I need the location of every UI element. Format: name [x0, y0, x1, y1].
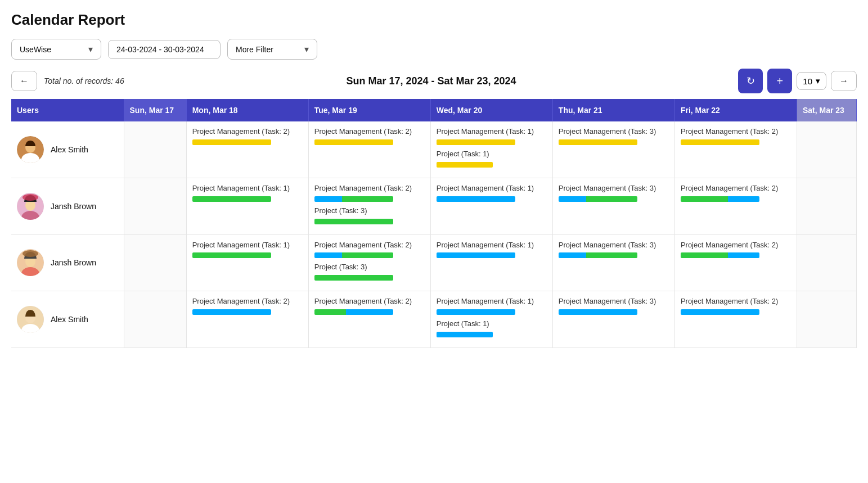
refresh-button[interactable]: ↻: [738, 69, 763, 93]
user-cell: Jansh Brown: [11, 178, 124, 234]
table-header-row: Users Sun, Mar 17 Mon, Mar 18 Tue, Mar 1…: [11, 99, 857, 121]
svg-point-10: [23, 250, 38, 257]
controls-row: ← Total no. of records: 46 Sun Mar 17, 2…: [11, 69, 857, 93]
avatar: [17, 249, 44, 276]
task-block: Project (Task: 3): [314, 263, 425, 281]
refresh-icon: ↻: [746, 75, 755, 87]
cell-wed20: Project Management (Task: 1): [430, 234, 552, 291]
task-bar: [192, 139, 271, 145]
task-bar: [559, 309, 637, 315]
controls-left: ← Total no. of records: 46: [11, 71, 124, 91]
date-range-filter[interactable]: 24-03-2024 - 30-03-2024: [108, 40, 221, 59]
task-bar: [314, 196, 393, 202]
user-cell: Jansh Brown: [11, 234, 124, 291]
task-bar: [559, 252, 637, 258]
task-bar: [314, 252, 393, 258]
task-bar: [314, 219, 393, 224]
task-label: Project Management (Task: 3): [559, 184, 669, 193]
task-block: Project Management (Task: 2): [314, 297, 425, 315]
task-label: Project Management (Task: 2): [314, 241, 425, 250]
cell-sun17: [124, 121, 186, 178]
cell-sun17: [124, 291, 186, 348]
user-name: Alex Smith: [51, 145, 88, 154]
task-block: Project (Task: 1): [437, 319, 547, 337]
col-header-users: Users: [11, 99, 124, 121]
cell-sat23: [797, 178, 856, 234]
cell-thu21: Project Management (Task: 3): [552, 121, 674, 178]
avatar: [17, 306, 44, 333]
task-bar: [437, 332, 493, 337]
task-bar: [681, 252, 759, 258]
user-cell: Alex Smith: [11, 121, 124, 178]
col-header-tue19: Tue, Mar 19: [308, 99, 430, 121]
task-block: Project Management (Task: 3): [559, 127, 669, 145]
task-bar: [681, 139, 759, 145]
add-button[interactable]: +: [767, 69, 792, 93]
table-row: Alex Smith Project Management (Task: 2) …: [11, 291, 857, 348]
task-label: Project Management (Task: 2): [314, 297, 425, 306]
task-bar: [192, 309, 271, 315]
more-filter[interactable]: More Filter ▾: [227, 39, 317, 60]
task-block: Project Management (Task: 2): [681, 297, 791, 315]
task-label: Project Management (Task: 3): [559, 241, 669, 250]
task-label: Project Management (Task: 1): [192, 241, 303, 250]
cell-mon18: Project Management (Task: 1): [186, 178, 308, 234]
task-label: Project Management (Task: 1): [437, 127, 547, 137]
task-bar: [681, 196, 759, 202]
task-bar: [437, 162, 493, 168]
page-size-value: 10: [803, 76, 812, 86]
calendar-table: Users Sun, Mar 17 Mon, Mar 18 Tue, Mar 1…: [11, 99, 857, 348]
task-block: Project Management (Task: 1): [437, 184, 547, 202]
current-date-range: Sun Mar 17, 2024 - Sat Mar 23, 2024: [124, 75, 739, 87]
table-row: Alex Smith Project Management (Task: 2) …: [11, 121, 857, 178]
table-row: Jansh Brown Project Management (Task: 1)…: [11, 178, 857, 234]
cell-fri22: Project Management (Task: 2): [674, 291, 797, 348]
next-button[interactable]: →: [831, 71, 857, 91]
more-filter-chevron-icon: ▾: [304, 44, 309, 55]
col-header-fri22: Fri, Mar 22: [674, 99, 797, 121]
task-label: Project Management (Task: 1): [437, 184, 547, 193]
task-bar: [559, 139, 637, 145]
page-title: Calendar Report: [11, 11, 857, 29]
task-label: Project Management (Task: 3): [559, 127, 669, 137]
cell-sun17: [124, 178, 186, 234]
task-label: Project Management (Task: 2): [681, 127, 791, 137]
task-block: Project Management (Task: 2): [681, 241, 791, 259]
task-label: Project (Task: 1): [437, 319, 547, 329]
task-block: Project Management (Task: 1): [437, 241, 547, 259]
filters-row: UseWise ▾ 24-03-2024 - 30-03-2024 More F…: [11, 39, 857, 60]
user-name: Jansh Brown: [51, 202, 96, 211]
task-label: Project Management (Task: 3): [559, 297, 669, 306]
company-filter[interactable]: UseWise ▾: [11, 39, 101, 60]
more-filter-label: More Filter: [236, 45, 273, 54]
cell-mon18: Project Management (Task: 2): [186, 291, 308, 348]
company-filter-label: UseWise: [20, 45, 51, 54]
page-size-selector[interactable]: 10 ▾: [797, 72, 826, 90]
cell-tue19: Project Management (Task: 2): [308, 121, 430, 178]
cell-wed20: Project Management (Task: 1) Project (Ta…: [430, 291, 552, 348]
cell-thu21: Project Management (Task: 3): [552, 178, 674, 234]
task-block: Project Management (Task: 2): [192, 127, 303, 145]
task-bar: [559, 196, 637, 202]
task-bar: [192, 252, 271, 258]
user-name: Jansh Brown: [51, 258, 96, 267]
task-block: Project Management (Task: 2): [314, 127, 425, 145]
col-header-thu21: Thu, Mar 21: [552, 99, 674, 121]
cell-fri22: Project Management (Task: 2): [674, 178, 797, 234]
prev-button[interactable]: ←: [11, 71, 37, 91]
cell-sun17: [124, 234, 186, 291]
page-size-chevron-icon: ▾: [816, 76, 820, 86]
table-row: Jansh Brown Project Management (Task: 1)…: [11, 234, 857, 291]
company-chevron-icon: ▾: [88, 44, 93, 55]
cell-tue19: Project Management (Task: 2) Project (Ta…: [308, 178, 430, 234]
task-bar: [314, 139, 393, 145]
task-label: Project Management (Task: 2): [314, 127, 425, 137]
svg-point-6: [23, 194, 38, 201]
task-block: Project Management (Task: 3): [559, 297, 669, 315]
add-icon: +: [776, 75, 783, 88]
records-count: Total no. of records: 46: [44, 76, 124, 85]
cell-sat23: [797, 121, 856, 178]
col-header-sat23: Sat, Mar 23: [797, 99, 856, 121]
task-block: Project Management (Task: 1): [437, 297, 547, 315]
cell-sat23: [797, 291, 856, 348]
